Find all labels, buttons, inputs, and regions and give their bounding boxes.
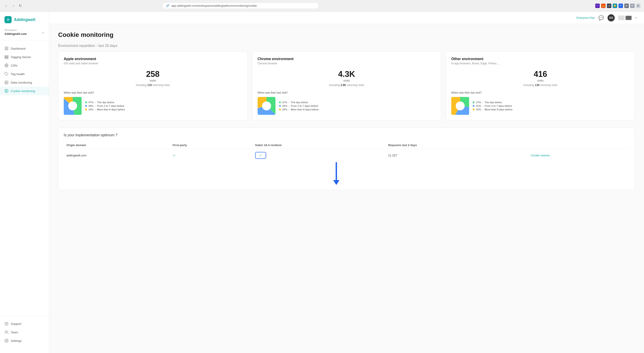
sidebar-item-tagging-server[interactable]: Tagging Server	[0, 53, 49, 61]
other-env-subtitle: In-app browsers, Brave, Edge, Firefox, .…	[451, 62, 630, 65]
first-party-check: ✓	[173, 153, 176, 157]
svg-point-0	[8, 19, 9, 20]
main-nav: Dashboard Tagging Server CDN Tag health	[0, 41, 49, 316]
col-first-party: First-party	[170, 142, 252, 149]
env-section-title: Environment repartition - last 28 days	[58, 44, 635, 48]
user-avatar[interactable]: OS	[608, 14, 615, 21]
legend-item: 47% - The day before	[85, 101, 125, 104]
cdn-icon	[4, 63, 8, 67]
chat-button[interactable]: 💬	[598, 15, 604, 20]
team-icon	[4, 330, 8, 334]
cookie-monitoring-icon	[4, 89, 8, 93]
safari-highlight-box: ✓	[255, 152, 266, 159]
chrome-visits-number: 4.3K	[258, 69, 436, 79]
other-pie-chart	[451, 97, 469, 115]
sidebar-item-settings[interactable]: Settings	[0, 337, 49, 345]
main-content: Cookie monitoring Environment repartitio…	[49, 24, 644, 353]
svg-point-20	[6, 323, 7, 325]
back-button[interactable]: ←	[4, 3, 9, 9]
arrow-shaft	[336, 162, 337, 180]
browser-controls: ← → ↻	[4, 3, 22, 9]
col-safari: Safari 16.4 resilient	[252, 142, 386, 149]
ext-layout: ⊟	[636, 3, 640, 8]
chrome-env-card: Chrome environment Chrome browser 4.3K v…	[252, 51, 442, 120]
sidebar-item-support[interactable]: Support	[0, 320, 49, 328]
main-area: Enterprise Plan 💬 OS ▾ Cookie monitoring…	[49, 12, 644, 353]
forward-button[interactable]: →	[11, 3, 16, 9]
logo-icon	[4, 16, 12, 23]
sidebar-item-dashboard[interactable]: Dashboard	[0, 44, 49, 53]
svg-point-26	[68, 101, 77, 110]
page-title: Cookie monitoring	[58, 31, 635, 38]
sidebar-item-cdn[interactable]: CDN	[0, 61, 49, 70]
svg-rect-3	[5, 49, 6, 50]
legend-dot	[279, 109, 281, 110]
ext-orange: 🦊	[601, 3, 606, 8]
apple-legend: 47% - The day before 39% - From 2 to 7 d…	[85, 101, 125, 111]
chrome-chart-area: 37% - The day before 34% - From 2 to 7 d…	[258, 97, 436, 115]
other-env-card: Other environment In-app browsers, Brave…	[446, 51, 635, 120]
sidebar-item-cookie-monitoring[interactable]: Cookie monitoring	[0, 87, 49, 95]
toggle-dark[interactable]	[626, 16, 632, 20]
sidebar-item-label: Tag health	[11, 72, 24, 76]
chrome-visits-label: visits	[258, 79, 436, 82]
plan-badge: Enterprise Plan	[576, 16, 595, 19]
dashboard-icon	[4, 46, 8, 50]
header-chevron[interactable]: ▾	[635, 16, 637, 20]
chrome-last-visit-question: When was their last visit?	[258, 91, 436, 94]
sidebar-item-label: Dashboard	[11, 47, 26, 50]
sidebar-item-label: Settings	[11, 339, 22, 343]
svg-rect-7	[5, 58, 8, 59]
logo-text: Addingwell	[14, 17, 35, 22]
svg-point-22	[6, 340, 7, 341]
legend-item: 42% - More than 8 days before	[473, 108, 512, 111]
address-bar[interactable]: 🔗 app.addingwell.com/workspaces/addingwe…	[162, 2, 319, 9]
svg-point-30	[262, 101, 271, 110]
other-last-visit-question: When was their last visit?	[451, 91, 630, 94]
browser-chrome: ← → ↻ 🔗 app.addingwell.com/workspaces/ad…	[0, 0, 644, 12]
legend-desc: The day before	[97, 101, 114, 104]
table-body: addingwell.com ✓ ✓	[64, 149, 630, 162]
table-row: addingwell.com ✓ ✓	[64, 149, 630, 162]
legend-item: 39% - From 2 to 7 days before	[85, 105, 125, 107]
col-action	[528, 142, 630, 149]
apple-visits-number: 258	[64, 69, 242, 79]
cookie-restore-link[interactable]: Cookie restore	[531, 154, 550, 157]
app-container: Addingwell Workspace Addingwell.com ⌃ Da…	[0, 12, 644, 353]
workspace-section: Workspace Addingwell.com ⌃	[0, 28, 49, 41]
chrome-legend: 37% - The day before 34% - From 2 to 7 d…	[279, 101, 319, 111]
toggle-light[interactable]	[618, 16, 624, 20]
other-legend: 27% - The day before 31% - From 2 to 7 d…	[473, 101, 512, 111]
legend-item: 27% - The day before	[473, 101, 512, 104]
ext-code: </>	[607, 3, 611, 8]
cell-action: Cookie restore	[528, 149, 630, 162]
cell-requests: 11 227	[386, 149, 528, 162]
cell-first-party: ✓	[170, 149, 252, 162]
col-requests: Requests last 2 days	[386, 142, 528, 149]
other-env-title: Other environment	[451, 57, 630, 61]
legend-dot	[473, 101, 474, 103]
legend-item: 29% - More than 8 days before	[279, 108, 319, 111]
ext-square: ⊞	[624, 3, 629, 8]
legend-dot	[85, 105, 87, 107]
cell-safari: ✓	[252, 149, 386, 162]
sidebar-item-team[interactable]: Team	[0, 328, 49, 337]
sidebar: Addingwell Workspace Addingwell.com ⌃ Da…	[0, 12, 49, 353]
sidebar-bottom: Support Team Settings	[0, 316, 49, 349]
sidebar-item-tag-health[interactable]: Tag health	[0, 70, 49, 78]
legend-dot	[85, 109, 87, 110]
sidebar-item-data-monitoring[interactable]: Data monitoring	[0, 78, 49, 87]
reload-button[interactable]: ↻	[18, 3, 22, 9]
other-chart-area: 27% - The day before 31% - From 2 to 7 d…	[451, 97, 630, 115]
tag-health-icon	[4, 72, 8, 76]
workspace-chevron[interactable]: ⌃	[42, 32, 44, 36]
table-header-row: Origin domain First-party Safari 16.4 re…	[64, 142, 630, 149]
svg-point-15	[5, 89, 8, 93]
svg-point-21	[5, 331, 7, 332]
arrow-annotation	[333, 162, 340, 185]
apple-pie-chart	[64, 97, 82, 115]
cell-domain: addingwell.com	[64, 149, 170, 162]
ext-bell: 🔔	[613, 3, 617, 8]
legend-dot	[85, 101, 87, 103]
chrome-env-title: Chrome environment	[258, 57, 436, 61]
